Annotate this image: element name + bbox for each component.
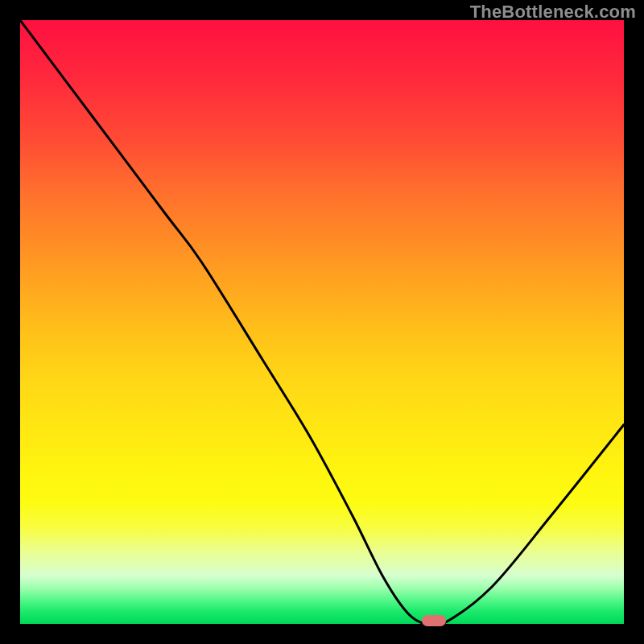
optimal-marker <box>422 615 446 626</box>
chart-container: TheBottleneck.com <box>0 0 644 644</box>
plot-area <box>20 20 624 624</box>
